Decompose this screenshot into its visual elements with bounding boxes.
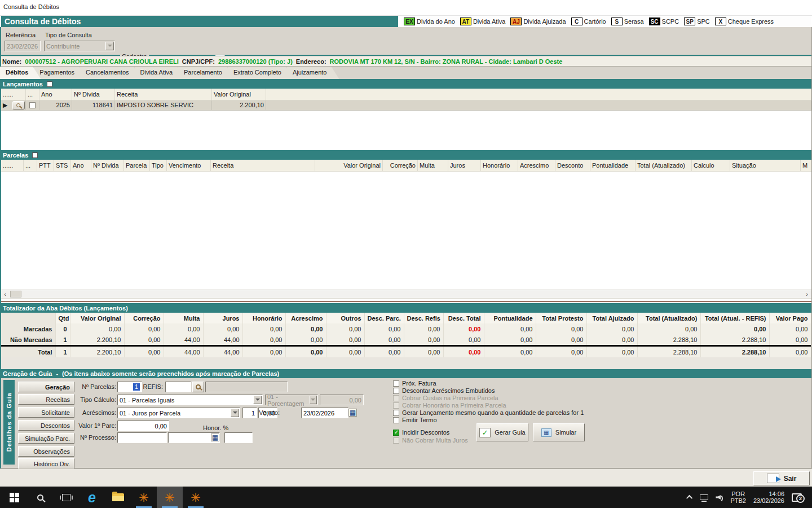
parcelas-header: Parcelas [0,150,812,160]
parcelas-table: ...... ... PTT STS Ano Nº Divida Parcela… [1,160,811,290]
legend-bar: EXDivida do Ano ATDivida Ativa AJDivida … [401,16,811,27]
legend-scpc: SCSCPC [649,17,679,25]
checkbox-incidir-descontos[interactable]: Incidir Descontos [393,429,449,436]
legend-divida-ajuizada: AJDivida Ajuizada [510,17,566,25]
page-title-bar: Consulta de Débitos [1,16,398,27]
language-indicator[interactable]: POR PTB2 [730,491,746,504]
search-icon [196,384,201,389]
referencia-input[interactable] [5,41,41,51]
grid-icon[interactable]: ▦ [211,433,219,441]
status-strip: Sair [0,468,812,487]
endereco-value: RODOVIA MT 170 KM 12, S/N - Bairro: ZONA… [330,58,563,65]
nav-descontos-button[interactable]: Descontos [18,420,74,431]
scroll-left-button[interactable]: ‹ [1,290,10,298]
taskbar-search-button[interactable] [27,487,53,508]
totalizador-header-row: Qtd Valor Original Correção Multa Juros … [0,313,811,323]
file-explorer-button[interactable] [105,487,131,508]
app-window-3-button[interactable]: ✳ [183,487,209,508]
checkbox-gerar-lancamento[interactable]: Gerar Lançamento mesmo quando a quantida… [393,409,584,416]
app-window-2-button[interactable]: ✳ [157,487,183,508]
tab-extrato-completo[interactable]: Extrato Completo [228,67,294,79]
referencia-label: Referência [6,32,36,38]
refis-input[interactable] [165,382,191,392]
system-tray: POR PTB2 14:06 23/02/2026 2 [688,491,812,504]
legend-serasa: SSerasa [611,17,644,25]
nav-geracao-button[interactable]: Geração [18,382,74,392]
horizontal-scrollbar[interactable]: ‹ › [0,290,812,299]
nav-receitas-button[interactable]: Receitas [18,394,74,405]
lancamentos-select-all-checkbox[interactable] [47,81,52,87]
checkbox-prox-fatura[interactable]: Próx. Fatura [393,380,436,387]
totalizador-row-marcadas: Marcadas 0 0,00 0,00 0,00 0,00 0,00 0,00… [0,323,811,334]
gerar-guia-button[interactable]: ✓ Gerar Guia [476,423,528,441]
app-icon: ✳ [191,492,201,503]
geracao-body: Detalhes da Guia Geração Receitas Solici… [0,378,812,468]
tab-cancelamentos[interactable]: Cancelamentos [80,67,141,79]
checkbox-cobrar-custas[interactable]: Cobrar Custas na Primeira Parcela [393,395,498,401]
row-selector: ▶ [1,100,11,110]
row-ano: 2025 [39,100,72,110]
sair-button[interactable]: Sair [753,471,810,485]
acrescimos-select[interactable]: 01 - Juros por Parcela [117,408,240,418]
honor-pct-input[interactable] [224,432,253,443]
tipo-calculo-aux-select[interactable]: 01 - Porcentagem [265,395,318,405]
row-checkbox[interactable] [29,102,36,108]
nav-observacoes-button[interactable]: Observações [18,446,74,457]
tipo-calculo-select[interactable]: 01 - Parcelas Iguais [117,395,263,405]
checkbox-descontar-acrescimos[interactable]: Descontar Acréscimos Embutidos [393,387,495,394]
refis-search-button[interactable] [192,382,204,392]
scrollbar-thumb[interactable] [10,291,21,297]
notification-icon[interactable]: 2 [792,493,802,502]
badge-sp: SP [684,17,695,25]
refis-desc-input[interactable] [205,382,288,392]
scroll-right-button[interactable]: › [802,290,811,298]
vencto-input[interactable] [301,408,348,418]
tray-expand-icon[interactable] [686,495,692,501]
checked-checkbox-icon [393,430,399,436]
n-processo-input[interactable] [117,432,167,443]
valor-1-parc-input[interactable] [117,421,169,431]
detalhes-da-guia-tab[interactable]: Detalhes da Guia [3,380,15,465]
check-icon: ✓ [479,428,491,437]
clock[interactable]: 14:06 23/02/2026 [753,491,784,504]
row-detail-button[interactable] [12,101,25,110]
tab-divida-ativa[interactable]: Divida Ativa [135,67,185,79]
calendar-icon[interactable]: ▦ [348,409,357,417]
nav-historico-div-button[interactable]: Histórico Div. [18,458,74,469]
geracao-header: Geração de Guia - (Os itens abaixo somen… [0,369,812,378]
endereco-label: Endereco: [296,58,326,65]
badge-s: S [611,17,623,25]
cnpj-label: CNPJ/CPF: [182,58,215,65]
task-view-button[interactable] [53,487,79,508]
speaker-icon[interactable] [716,494,723,501]
checkbox-nao-cobrar-multa[interactable]: Não Cobrar Multa Juros [393,437,468,444]
parcelas-header-row: ...... ... PTT STS Ano Nº Divida Parcela… [1,160,812,171]
tab-parcelamento[interactable]: Parcelamento [178,67,235,79]
simular-button[interactable]: ▦ Simular [533,423,585,441]
tab-pagamentos[interactable]: Pagamentos [34,67,87,79]
nome-value: 000007512 - AGROPERUARI CANA CRIOULA EIR… [25,58,179,65]
nav-simulacao-parc-button[interactable]: Simulação Parc. [18,433,74,444]
legend-cheque-express: XCheque Express [715,17,774,25]
totalizador-header: Totalizador da Aba Débitos (Lançamentos) [0,303,812,313]
checkbox-emitir-termo[interactable]: Emitir Termo [393,417,437,423]
checkbox-cobrar-honorario[interactable]: Cobrar Honorário na Primeira Parcela [393,402,506,409]
network-icon[interactable] [700,494,708,500]
valor-1-parc-label: Valor 1º Parc: [74,422,116,429]
parcelas-select-all-checkbox[interactable] [32,152,38,158]
legend-spc: SPSPC [684,17,710,25]
legend-divida-ativa: ATDivida Ativa [460,17,505,25]
search-icon [37,494,43,501]
tipo-consulta-select[interactable]: Contribuinte [44,41,115,51]
page-title: Consulta de Débitos [5,17,81,26]
tipo-calculo-pct-input[interactable] [320,395,364,405]
app-window-1-button[interactable]: ✳ [131,487,157,508]
row-n-divida: 118641 [72,100,115,110]
lancamentos-row[interactable]: ▶ 2025 118641 IMPOSTO SOBRE SERVIC 2.200… [1,100,811,110]
nav-solicitante-button[interactable]: Solicitante [18,407,74,418]
totalizador-table: Qtd Valor Original Correção Multa Juros … [0,313,812,357]
contribuinte-info-bar: Nome: 000007512 - AGROPERUARI CANA CRIOU… [0,56,812,67]
tab-ajuizamento[interactable]: Ajuizamento [287,67,339,79]
internet-explorer-button[interactable]: e [79,487,105,508]
start-button[interactable] [1,487,27,508]
